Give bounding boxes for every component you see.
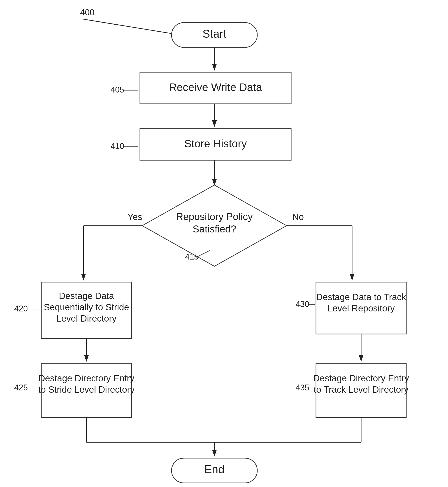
step-430-label-line1: Destage Data to Track — [316, 292, 406, 302]
no-label: No — [292, 212, 304, 222]
yes-label: Yes — [128, 212, 142, 222]
step-425-label-line1: Destage Directory Entry — [39, 373, 135, 383]
ref-405: 405 — [111, 85, 124, 94]
start-label: Start — [202, 28, 226, 40]
step-435-label-line1: Destage Directory Entry — [313, 373, 409, 383]
flowchart-diagram: 400 Start 405 Receive Write Data 410 Sto… — [0, 0, 448, 487]
end-label: End — [204, 463, 224, 476]
ref-410: 410 — [111, 142, 124, 151]
ref-425: 425 — [14, 383, 28, 392]
ref-415: 415 — [185, 252, 199, 261]
step-415-label-line2: Satisfied? — [192, 224, 236, 234]
step-415-label-line1: Repository Policy — [176, 211, 253, 222]
step-405-label: Receive Write Data — [169, 81, 262, 93]
step-410-label: Store History — [184, 138, 247, 150]
step-420-label-line2: Sequentially to Stride — [44, 302, 129, 312]
ref-430: 430 — [296, 299, 309, 309]
step-435-label-line2: to Track Level Directory — [314, 384, 408, 394]
step-425-label-line2: to Stride Level Directory — [38, 384, 135, 394]
ref-420: 420 — [14, 304, 28, 313]
step-420-label-line1: Destage Data — [59, 291, 114, 301]
step-420-label-line3: Level Directory — [56, 313, 117, 323]
step-430-label-line2: Level Repository — [328, 303, 395, 313]
ref-435: 435 — [296, 383, 309, 392]
diagram-ref-label: 400 — [80, 8, 94, 17]
